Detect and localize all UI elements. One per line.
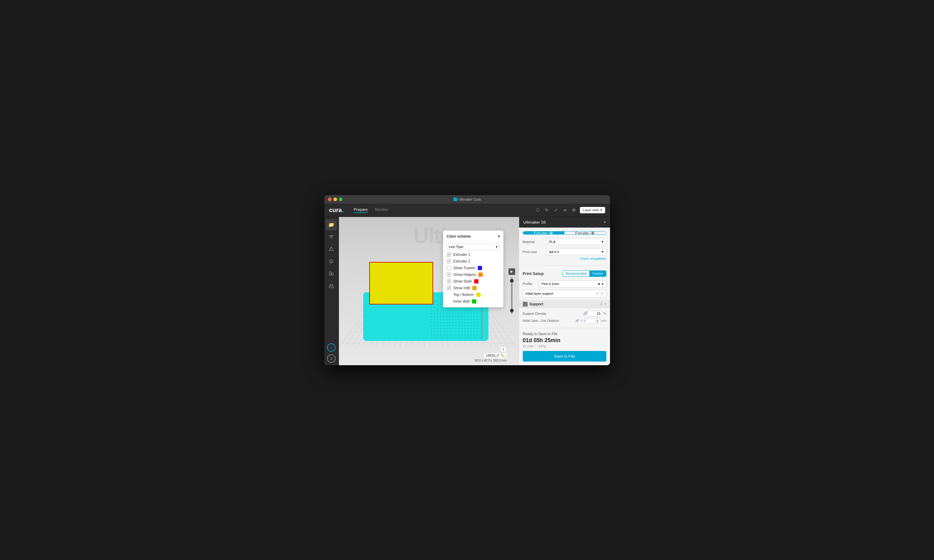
check-travels[interactable] (447, 266, 451, 270)
maximize-button[interactable] (339, 197, 343, 201)
dd-item-extruder1[interactable]: ✓ Extruder 1 (443, 251, 503, 258)
file-name: UMS5_F (486, 354, 499, 357)
dd-item-infill[interactable]: ✓ Show Infill (443, 285, 503, 291)
search-box[interactable]: initial layer support ✕ ☰ (523, 290, 606, 297)
extruder1-badge: 1 (549, 231, 554, 235)
extruder1-circle[interactable]: 1 (327, 343, 335, 352)
minimize-button[interactable] (334, 197, 337, 201)
svg-rect-7 (523, 304, 527, 306)
check-compatibility-link[interactable]: Check compatibility (523, 257, 606, 260)
extruder2-circle[interactable]: 2 (327, 354, 335, 363)
profile-star-icon[interactable]: ★ (597, 282, 600, 286)
print-setup-header: Print Setup Recommended Custom (519, 268, 610, 279)
support-actions: ℹ ▾ (600, 302, 606, 306)
material-label: Material (523, 240, 544, 244)
sidebar-icon-filter[interactable] (326, 232, 337, 243)
material-value: PLA (549, 240, 555, 244)
dd-item-topbottom[interactable]: Top / Bottom (443, 291, 503, 298)
layer-distance-input[interactable]: 1 (585, 318, 600, 324)
layer-reset-icon[interactable]: ↺ (580, 319, 583, 322)
tab-prepare[interactable]: Prepare (354, 207, 368, 213)
profile-label: Profile: (523, 282, 537, 286)
app-icon (453, 197, 457, 201)
extruder2-badge: 2 (590, 231, 595, 235)
tab-monitor[interactable]: Monitor (375, 207, 388, 213)
dd-item-shell[interactable]: ✓ Show Shell (443, 278, 503, 285)
layer-slider[interactable] (511, 277, 512, 314)
viewport: Ultim ▶ (339, 217, 519, 365)
right-panel: Ultimaker S5 ▾ Extruder 1 Extruder 2 (519, 217, 610, 365)
layer-view-button[interactable]: Layer view ▾ (580, 207, 605, 213)
density-link-icon[interactable]: 🔗 (583, 311, 588, 315)
close-button[interactable] (328, 197, 332, 201)
sidebar-icon-support[interactable] (326, 268, 337, 279)
right-panel-header: Ultimaker S5 ▾ (519, 217, 610, 228)
profile-select[interactable]: Fine 0.1mm ★ ▾ (539, 280, 606, 288)
dd-label-topbottom: Top / Bottom (454, 292, 474, 297)
dd-item-extruder2[interactable]: ✓ Extruder 2 (443, 258, 503, 265)
color-infill (472, 286, 477, 290)
printer-chevron[interactable]: ▾ (604, 220, 606, 224)
mode-custom[interactable]: Custom (589, 271, 606, 277)
layer-link-icon[interactable]: 🔗 (575, 319, 579, 322)
traffic-lights (328, 197, 343, 201)
color-travels (478, 266, 482, 270)
color-helpers (479, 272, 483, 277)
sidebar-icon-folder[interactable]: 📁 (326, 219, 337, 230)
toolbar-icons: ⬡ ↻ ⤢ ⇔ ⚙ Layer view ▾ (534, 207, 605, 213)
sidebar-icon-build[interactable] (326, 280, 337, 291)
printcore-select[interactable]: AA 0.4 ▾ (546, 248, 606, 255)
material-select[interactable]: PLA ▾ (546, 238, 606, 245)
check-helpers[interactable]: ✓ (447, 272, 451, 277)
dd-label-shell: Show Shell (454, 279, 472, 283)
dimensions: 80.0 x 40.0 x 160.0 mm (475, 359, 507, 362)
scale-icon[interactable]: ⤢ (552, 207, 559, 213)
extruder-tab-2[interactable]: Extruder 2 (565, 232, 606, 235)
layer-distance-row: Initial Layer...Line Distance 🔗 ↺ ℹ 1 mm (523, 318, 606, 324)
time-display: 01d 05h 25min (523, 337, 606, 344)
dd-label-infill: Show Infill (454, 286, 470, 290)
window-title: Ultimaker Cura (453, 197, 480, 201)
sidebar-icon-layers[interactable] (326, 256, 337, 267)
line-type-row: Line Type ▾ (443, 243, 503, 251)
edit-icon[interactable]: ✏️ (500, 354, 505, 358)
printcore-arrow: ▾ (602, 250, 604, 254)
check-extruder1[interactable]: ✓ (447, 252, 451, 257)
slider-thumb-bottom[interactable] (510, 309, 514, 312)
support-section-header: Support ℹ ▾ (519, 300, 610, 308)
profile-row: Profile: Fine 0.1mm ★ ▾ (519, 279, 610, 290)
dd-item-innerwall[interactable]: Inner Wall (443, 298, 503, 305)
rotate-icon[interactable]: ↻ (543, 207, 550, 213)
content-area: Ultim ▶ (339, 217, 610, 365)
check-extruder2[interactable]: ✓ (447, 259, 451, 263)
mode-recommended[interactable]: Recommended (563, 271, 589, 277)
density-unit: % (604, 312, 606, 315)
mirror-icon[interactable]: ⇔ (562, 207, 568, 213)
play-button[interactable]: ▶ (508, 268, 515, 275)
printcore-value: AA 0.4 (549, 250, 559, 254)
check-shell[interactable]: ✓ (447, 279, 451, 283)
layer-distance-icons: 🔗 ↺ ℹ (575, 319, 585, 322)
dd-item-helpers[interactable]: ✓ Show Helpers (443, 271, 503, 278)
svg-rect-0 (329, 235, 334, 236)
check-infill[interactable]: ✓ (447, 286, 451, 290)
line-type-select[interactable]: Line Type ▾ (447, 244, 500, 250)
svg-rect-8 (524, 302, 525, 304)
dd-item-travels[interactable]: Show Travels (443, 265, 503, 271)
settings2-icon[interactable]: ⚙ (571, 207, 577, 213)
density-input[interactable]: 15 (588, 311, 603, 316)
support-info-icon[interactable]: ℹ (600, 302, 602, 306)
viewport-controls: ▶ (508, 268, 515, 314)
extruder-tab-1[interactable]: Extruder 1 (523, 232, 565, 235)
layer-distance-unit: mm (601, 319, 606, 322)
sidebar-icon-shape[interactable] (326, 244, 337, 255)
slider-thumb-top[interactable] (510, 279, 514, 283)
save-to-file-button[interactable]: Save to File (523, 351, 606, 362)
dropdown-header: Color scheme ▾ (443, 233, 503, 241)
cube-icon[interactable]: ⬡ (534, 207, 541, 213)
support-collapse-icon[interactable]: ▾ (605, 302, 606, 306)
logo-text: cura (329, 207, 342, 214)
search-menu-icon[interactable]: ☰ (600, 292, 604, 295)
search-clear-icon[interactable]: ✕ (596, 292, 599, 295)
svg-rect-2 (330, 238, 332, 238)
